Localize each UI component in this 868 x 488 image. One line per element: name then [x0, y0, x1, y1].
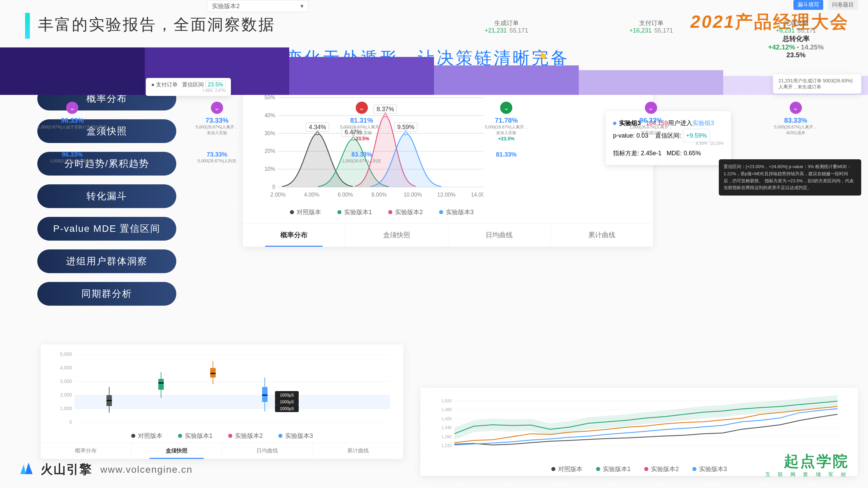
svg-marker-67	[25, 463, 33, 474]
funnel-btn-secondary[interactable]: 问卷题目	[828, 0, 858, 10]
svg-text:4.00%: 4.00%	[304, 192, 319, 198]
legend-item[interactable]: 实验版本1	[178, 432, 213, 440]
svg-text:12.00%: 12.00%	[437, 192, 456, 198]
svg-text:1,400: 1,400	[441, 416, 452, 421]
pill-7[interactable]: 同期群分析	[37, 282, 176, 306]
legend-item[interactable]: 对照版本	[131, 432, 162, 440]
svg-text:3,000: 3,000	[60, 379, 72, 384]
legend-item[interactable]: 实验版本3	[439, 208, 474, 216]
svg-text:1,000: 1,000	[60, 406, 72, 411]
tab-2[interactable]: 日均曲线	[222, 443, 313, 459]
pill-5[interactable]: P-value MDE 置信区间	[37, 217, 176, 241]
legend-item[interactable]: 实验版本3	[692, 465, 727, 473]
svg-text:2,000: 2,000	[60, 392, 72, 398]
cursor-icon: 👆	[538, 51, 547, 60]
pill-6[interactable]: 进组用户群体洞察	[37, 249, 176, 273]
tab-1[interactable]: 盒须快照	[346, 223, 448, 247]
legend-item[interactable]: 实验版本2	[644, 465, 679, 473]
svg-text:1000µS: 1000µS	[280, 393, 294, 398]
boxplot: 01,0002,0003,0004,0005,0001000µS1000µS10…	[54, 351, 390, 426]
svg-text:0: 0	[69, 419, 72, 425]
svg-text:1,220: 1,220	[441, 443, 452, 448]
distribution-legend: 对照版本实验版本1实验版本2实验版本3	[263, 208, 500, 216]
svg-rect-35	[75, 395, 390, 409]
funnel-btn-primary[interactable]: 漏斗填写	[793, 0, 823, 10]
legend-item[interactable]: 对照版本	[551, 465, 583, 473]
legend-item[interactable]: 实验版本1	[337, 208, 372, 216]
distribution-tabs: 概率分布盒须快照日均曲线累计曲线	[243, 223, 653, 247]
svg-text:0: 0	[272, 184, 275, 190]
funnel-bars	[0, 47, 868, 95]
legend-item[interactable]: 实验版本1	[596, 465, 631, 473]
funnel-side-tip: 21,231用户生成订单 5003(26.63%)人离开，未生成订单	[773, 75, 861, 94]
svg-text:4,000: 4,000	[60, 365, 72, 370]
volcengine-logo: 火山引擎	[19, 461, 92, 478]
tab-3[interactable]: 累计曲线	[551, 223, 653, 247]
svg-rect-40	[158, 379, 164, 390]
legend-item[interactable]: 实验版本2	[388, 208, 423, 216]
tab-0[interactable]: 概率分布	[243, 223, 346, 247]
svg-text:1,280: 1,280	[441, 434, 452, 439]
legend-item[interactable]: 实验版本3	[278, 432, 313, 440]
funnel-version-select[interactable]: 实验版本2▾	[207, 0, 309, 12]
svg-text:8.00%: 8.00%	[371, 192, 387, 198]
svg-text:50%: 50%	[264, 95, 275, 100]
boxplot-tabs: 概率分布盒须快照日均曲线累计曲线	[41, 443, 403, 459]
legend-item[interactable]: 对照版本	[290, 208, 321, 216]
funnel-tooltip: ● 支付订单 置信区间 23.5% 7.09% 2.47%	[146, 78, 231, 96]
tab-1[interactable]: 盒须快照	[132, 443, 222, 459]
tab-2[interactable]: 日均曲线	[448, 223, 551, 247]
svg-marker-66	[20, 465, 26, 474]
svg-text:14.00%: 14.00%	[471, 192, 484, 198]
svg-text:6.00%: 6.00%	[338, 192, 353, 198]
svg-text:1000µS: 1000µS	[280, 400, 294, 404]
svg-text:1,460: 1,460	[441, 407, 452, 412]
boxplot-legend: 对照版本实验版本1实验版本2实验版本3	[41, 432, 403, 440]
qidian-logo: 起点学院互 联 网 黄 埔 军 校	[765, 451, 849, 478]
pill-4[interactable]: 转化漏斗	[37, 184, 176, 208]
svg-text:1,340: 1,340	[441, 425, 452, 430]
tab-0[interactable]: 概率分布	[41, 443, 132, 459]
svg-text:1000µS: 1000µS	[280, 406, 294, 411]
card-box-whisker: 01,0002,0003,0004,0005,0001000µS1000µS10…	[41, 344, 403, 459]
funnel-detail-tip: 置信区间：[+23.00%，+24.60%] p-value：3% 检测统计量M…	[719, 159, 861, 196]
tab-3[interactable]: 累计曲线	[313, 443, 404, 459]
svg-rect-46	[262, 387, 268, 402]
svg-text:10%: 10%	[264, 166, 275, 172]
chevron-down-icon: ▾	[300, 2, 303, 10]
legend-item[interactable]: 实验版本2	[228, 432, 263, 440]
svg-rect-43	[210, 368, 216, 378]
svg-text:5,000: 5,000	[60, 351, 72, 357]
volcengine-url: www.volcengine.cn	[100, 464, 193, 475]
svg-text:2.00%: 2.00%	[270, 192, 285, 198]
svg-text:10.00%: 10.00%	[403, 192, 422, 198]
svg-text:1,520: 1,520	[441, 399, 452, 403]
trend-plot: 1,2201,2801,3401,4001,4601,520	[434, 394, 844, 452]
